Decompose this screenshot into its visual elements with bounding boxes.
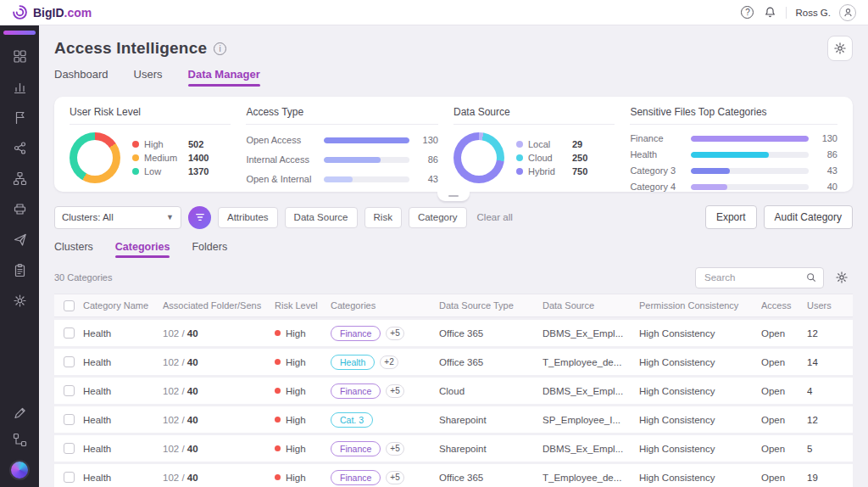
cell-data-source-type: Office 365	[439, 328, 542, 339]
table-meta: 30 Categories	[54, 266, 853, 288]
user-risk-title: User Risk Level	[70, 106, 231, 125]
cell-category-name: Health	[83, 386, 163, 396]
cell-access: Open	[761, 473, 807, 483]
legend-dot	[516, 141, 523, 148]
legend-item: Hybrid 750	[516, 166, 615, 176]
clear-all-link[interactable]: Clear all	[477, 212, 513, 222]
page-tabs: Dashboard Users Data Manager	[54, 68, 853, 87]
clusters-dropdown[interactable]: Clusters: All ▼	[54, 206, 181, 229]
cell-users: 12	[807, 415, 853, 425]
sensitive-files-card: Sensitive Files Top Categories Finance 1…	[630, 106, 837, 182]
table-row[interactable]: Health 102 / 40 High Finance+5 Office 36…	[54, 464, 853, 487]
filter-chip-data-source[interactable]: Data Source	[285, 207, 358, 228]
table-row[interactable]: Health 102 / 40 High Finance+5 Office 36…	[54, 320, 853, 346]
category-chip[interactable]: Finance	[331, 383, 381, 399]
clipboard-icon[interactable]	[13, 263, 27, 277]
topbar: BigID.com ? Ross G.	[0, 0, 868, 25]
select-all-checkbox[interactable]	[64, 300, 75, 311]
settings-icon[interactable]	[13, 294, 27, 308]
row-checkbox[interactable]	[64, 443, 75, 454]
chip-extra[interactable]: +5	[386, 471, 403, 484]
cell-permission: High Consistency	[639, 357, 761, 367]
tab-data-manager[interactable]: Data Manager	[188, 68, 260, 87]
help-icon[interactable]: ?	[741, 6, 754, 19]
cell-data-source-type: Office 365	[439, 357, 542, 367]
row-checkbox[interactable]	[64, 414, 75, 425]
cell-permission: High Consistency	[639, 386, 761, 396]
filter-button[interactable]	[188, 206, 211, 229]
category-chip[interactable]: Health	[331, 355, 375, 370]
tab-categories[interactable]: Categories	[115, 241, 170, 258]
bar-row: Finance 130	[630, 133, 837, 143]
tab-dashboard[interactable]: Dashboard	[54, 68, 108, 87]
risk-dot-icon	[275, 330, 281, 336]
info-icon[interactable]: i	[214, 42, 226, 55]
chip-extra[interactable]: +5	[386, 327, 403, 340]
search-box[interactable]	[695, 267, 824, 288]
tab-folders[interactable]: Folders	[192, 241, 227, 258]
cell-data-source-type: Sharepoint	[439, 415, 542, 425]
table-row[interactable]: Health 102 / 40 High Cat. 3 Sharepoint S…	[54, 406, 853, 433]
row-checkbox[interactable]	[64, 385, 75, 396]
table-row[interactable]: Health 102 / 40 High Health+2 Office 365…	[54, 349, 853, 375]
brand-logo[interactable]: BigID.com	[12, 4, 92, 20]
dashboard-icon[interactable]	[13, 49, 27, 64]
row-checkbox[interactable]	[64, 327, 75, 339]
cell-permission: High Consistency	[639, 328, 761, 339]
tab-users[interactable]: Users	[134, 68, 163, 87]
hierarchy-icon[interactable]	[13, 171, 27, 186]
bar-fill	[691, 136, 809, 142]
page-settings-button[interactable]	[827, 36, 853, 61]
chip-extra[interactable]: +5	[386, 442, 403, 456]
col-permission-consistency: Permission Consistency	[639, 300, 761, 311]
legend-dot	[132, 141, 139, 148]
row-checkbox[interactable]	[64, 472, 75, 483]
cell-access: Open	[761, 386, 807, 396]
workflow-icon[interactable]	[13, 433, 27, 447]
chip-extra[interactable]: +5	[386, 384, 403, 398]
pen-icon[interactable]	[13, 406, 27, 420]
chip-extra[interactable]: +2	[380, 355, 398, 369]
risk-dot-icon	[275, 445, 281, 451]
search-input[interactable]	[703, 271, 801, 283]
audit-category-button[interactable]: Audit Category	[764, 205, 853, 229]
table-header-row: Category Name Associated Folder/Sens Ris…	[54, 294, 853, 317]
collapse-dashboards-handle[interactable]	[437, 191, 470, 201]
filter-chip-attributes[interactable]: Attributes	[218, 207, 278, 228]
filter-chip-category[interactable]: Category	[409, 207, 467, 228]
bar-row: Category 4 40	[630, 182, 837, 192]
category-chip[interactable]: Finance	[331, 326, 381, 341]
cell-categories: Health+2	[331, 355, 439, 370]
main-content: Access Intelligence i Dashboard Users Da…	[39, 25, 868, 487]
bar-row: Health 86	[630, 149, 837, 160]
cell-data-source-type: Sharepoint	[439, 444, 542, 454]
user-name[interactable]: Ross G.	[795, 8, 831, 18]
tab-clusters[interactable]: Clusters	[54, 241, 93, 258]
category-chip[interactable]: Cat. 3	[331, 412, 373, 428]
server-icon[interactable]	[13, 202, 27, 216]
row-checkbox[interactable]	[64, 356, 75, 367]
table-settings-button[interactable]	[831, 266, 853, 288]
col-category-name: Category Name	[83, 300, 163, 311]
table-row[interactable]: Health 102 / 40 High Finance+5 Sharepoin…	[54, 435, 853, 462]
cell-associated-folder: 102 / 40	[163, 473, 275, 483]
bar-fill	[324, 137, 409, 143]
col-data-source-type: Data Source Type	[439, 300, 542, 311]
analytics-icon[interactable]	[13, 80, 27, 94]
cell-category-name: Health	[83, 357, 163, 367]
category-chip[interactable]: Finance	[331, 470, 381, 485]
flag-icon[interactable]	[13, 110, 27, 125]
filter-chip-risk[interactable]: Risk	[364, 207, 402, 228]
search-icon[interactable]	[806, 272, 816, 283]
cell-associated-folder: 102 / 40	[163, 328, 275, 339]
notifications-bell-icon[interactable]	[762, 5, 777, 20]
legend-item: Medium 1400	[132, 153, 231, 163]
profile-avatar[interactable]	[9, 460, 30, 480]
export-button[interactable]: Export	[705, 205, 757, 229]
legend-dot	[132, 154, 139, 161]
category-chip[interactable]: Finance	[331, 441, 381, 456]
user-avatar[interactable]	[839, 4, 856, 21]
launch-icon[interactable]	[13, 232, 27, 247]
cluster-icon[interactable]	[13, 141, 27, 155]
table-row[interactable]: Health 102 / 40 High Finance+5 Cloud DBM…	[54, 378, 853, 404]
